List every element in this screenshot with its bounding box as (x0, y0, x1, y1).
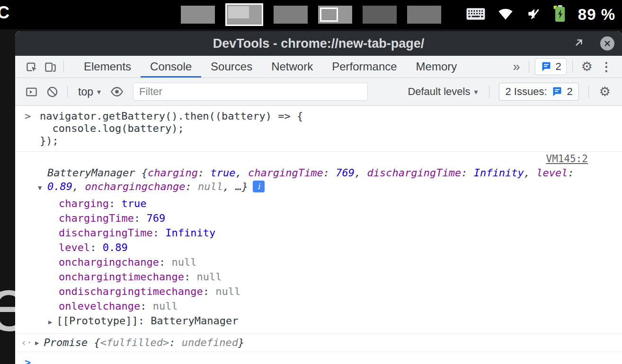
tab-network[interactable]: Network (262, 56, 322, 78)
console-messages: > navigator.getBattery().then((battery) … (15, 106, 622, 364)
window-switcher (181, 3, 441, 26)
tab-performance[interactable]: Performance (322, 56, 406, 78)
eye-icon (110, 85, 124, 98)
device-toolbar-button[interactable] (41, 57, 60, 76)
filter-input[interactable] (133, 83, 368, 101)
devtools-titlebar[interactable]: DevTools - chrome://new-tab-page/ (15, 31, 622, 56)
prototype-row[interactable]: ▶[[Prototype]]: BatteryManager (15, 313, 622, 329)
battery-icon (553, 5, 566, 24)
tab-memory[interactable]: Memory (407, 56, 467, 78)
window-thumbnail[interactable] (181, 6, 215, 24)
window-title: DevTools - chrome://new-tab-page/ (213, 36, 425, 51)
corner-letter: C (0, 3, 9, 23)
collapse-triangle-icon[interactable]: ▼ (38, 181, 42, 195)
close-icon (604, 40, 611, 47)
issues-count: 2 (556, 61, 561, 73)
wifi-icon[interactable] (498, 7, 514, 22)
thumbnail-preview (320, 8, 338, 22)
issues-summary-button[interactable]: 2 Issues: 2 (499, 83, 578, 101)
expand-triangle-icon[interactable]: ▶ (48, 318, 52, 326)
object-properties: charging: true chargingTime: 769 dischar… (15, 193, 622, 329)
kebab-menu-icon[interactable]: ⋮ (597, 60, 615, 74)
evaluation-result: ‹· ▶ Promise {<fulfilled>: undefined} (15, 334, 622, 352)
tab-console[interactable]: Console (141, 56, 201, 78)
property-onlevelchange: onlevelchange: null (15, 299, 622, 313)
window-thumbnail[interactable] (407, 6, 441, 24)
property-chargingtime: chargingTime: 769 (15, 211, 622, 225)
issues-bubble-icon (551, 86, 563, 97)
window-thumbnail-active[interactable] (225, 3, 263, 26)
live-expression-button[interactable] (107, 82, 126, 101)
window-controls (558, 31, 614, 56)
chevron-down-icon: ▾ (474, 87, 478, 96)
devtools-window: DevTools - chrome://new-tab-page/ (15, 31, 622, 364)
sidebar-icon (25, 86, 38, 98)
property-onchargingtimechange: onchargingtimechange: null (15, 269, 622, 284)
separator (489, 86, 489, 98)
command-text: navigator.getBattery().then((battery) =>… (40, 110, 303, 147)
screen: C (0, 0, 622, 364)
property-level: level: 0.89 (15, 240, 622, 255)
object-preview[interactable]: ▼BatteryManager {charging: true, chargin… (15, 165, 622, 193)
restore-button[interactable] (573, 36, 585, 51)
window-thumbnail[interactable] (274, 6, 308, 24)
console-log-message: VM145:2 ▼BatteryManager {charging: true,… (15, 152, 622, 334)
issues-label: 2 Issues: (505, 86, 547, 98)
property-charging: charging: true (15, 196, 622, 211)
property-onchargingchange: onchargingchange: null (15, 255, 622, 269)
issues-bubble-icon (540, 61, 552, 72)
promise-preview-text: Promise {<fulfilled>: undefined} (44, 336, 244, 349)
mute-icon[interactable] (526, 7, 541, 23)
issues-count: 2 (567, 86, 573, 98)
tabbar-right-group: » 2 ⚙ ⋮ (508, 58, 616, 75)
tab-sources[interactable]: Sources (201, 56, 262, 78)
inspect-element-button[interactable] (22, 57, 41, 76)
info-icon[interactable]: i (253, 181, 265, 192)
console-settings-gear-icon[interactable]: ⚙ (595, 84, 615, 99)
object-preview-text: BatteryManager {charging: true, charging… (47, 167, 574, 192)
clear-icon (46, 86, 59, 98)
command-chevron-icon: > (15, 110, 40, 122)
panel-tabs: Elements Console Sources Network Perform… (74, 56, 466, 78)
result-marker-icon: ‹· (15, 336, 34, 349)
property-ondischargingtimechange: ondischargingtimechange: null (15, 284, 622, 299)
source-location: VM145:2 (15, 153, 622, 165)
log-levels-selector[interactable]: Default levels ▾ (402, 86, 483, 98)
expand-triangle-icon[interactable]: ▶ (35, 336, 39, 349)
clear-console-button[interactable] (43, 82, 62, 101)
separator (67, 86, 68, 98)
more-tabs-button[interactable]: » (508, 60, 525, 74)
window-thumbnail[interactable] (318, 6, 352, 24)
execution-context-selector[interactable]: top ▾ (73, 86, 106, 98)
window-thumbnail[interactable] (363, 6, 397, 24)
close-button[interactable] (600, 36, 614, 51)
thumbnail-preview (228, 6, 249, 18)
issues-counter-button[interactable]: 2 (535, 58, 567, 75)
status-cluster: 89 % (466, 0, 615, 29)
separator (529, 61, 529, 73)
inspect-cursor-icon (25, 61, 38, 73)
separator (588, 86, 589, 98)
keyboard-icon[interactable] (466, 8, 485, 22)
console-sidebar-toggle-button[interactable] (22, 82, 41, 101)
source-link[interactable]: VM145:2 (546, 153, 588, 165)
console-input[interactable]: > (15, 352, 622, 364)
system-top-bar: C (0, 0, 622, 29)
separator (63, 61, 64, 73)
tab-elements[interactable]: Elements (74, 56, 141, 78)
console-toolbar: top ▾ Default levels ▾ 2 Issues: (15, 78, 622, 106)
prompt-chevron-icon: > (25, 356, 31, 364)
settings-gear-icon[interactable]: ⚙ (577, 59, 597, 74)
device-toolbar-icon (44, 61, 57, 73)
console-command: > navigator.getBattery().then((battery) … (15, 106, 622, 152)
property-dischargingtime: dischargingTime: Infinity (15, 225, 622, 240)
devtools-tabbar: Elements Console Sources Network Perform… (15, 56, 622, 78)
separator (572, 61, 573, 73)
chevron-down-icon: ▾ (97, 87, 101, 96)
battery-percent: 89 % (578, 6, 615, 24)
